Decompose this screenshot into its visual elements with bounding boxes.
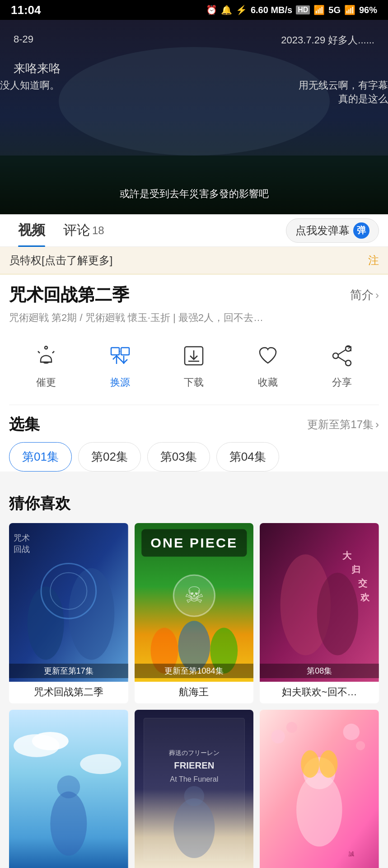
svg-point-38 xyxy=(317,573,358,656)
svg-point-22 xyxy=(28,586,64,660)
svg-text:回战: 回战 xyxy=(14,544,30,554)
danmu-button[interactable]: 点我发弹幕 弹 xyxy=(286,218,379,243)
share-label: 分享 xyxy=(332,376,352,389)
episode-more-btn[interactable]: 更新至第17集 › xyxy=(307,417,379,432)
onepiece-badge: 更新至第1084集 xyxy=(135,664,254,678)
mute-icon: 🔔 xyxy=(221,5,232,15)
divider xyxy=(9,405,379,405)
svg-point-46 xyxy=(80,754,121,774)
video-subtitle: 或許是受到去年災害多發的影響吧 xyxy=(120,187,269,201)
episode-pill-4[interactable]: 第04集 xyxy=(216,442,279,472)
heart-icon xyxy=(252,340,283,371)
svg-point-17 xyxy=(333,353,338,359)
episode-info: 咒術廻戦 第2期 / 咒術廻戦 懷玉·玉折 | 最强2人，回不去… xyxy=(9,311,379,325)
video-player[interactable]: 8-29 2023.7.29 好多人...... 来咯来咯 没人知道啊。 用无线… xyxy=(0,20,388,214)
episode-pill-2[interactable]: 第02集 xyxy=(78,442,141,472)
vip-register-text[interactable]: 注 xyxy=(368,253,379,268)
svg-point-54 xyxy=(173,798,215,858)
svg-point-58 xyxy=(286,722,297,733)
svg-point-57 xyxy=(271,730,285,743)
svg-text:☠: ☠ xyxy=(184,583,204,607)
intro-label: 简介 xyxy=(350,287,374,303)
svg-point-47 xyxy=(50,792,87,856)
vip-banner-text: 员特权[点击了解更多] xyxy=(9,253,112,268)
frieren-thumb: 葬送のフリーレン FRIEREN At The Funeral xyxy=(135,710,254,868)
recommend-item-2[interactable]: ONE PIECE ☠ 更新至第1084集 航海王 xyxy=(135,523,254,704)
recommend-thumb-5: 葬送のフリーレン FRIEREN At The Funeral xyxy=(135,710,254,868)
action-favorite-btn[interactable]: 收藏 xyxy=(231,340,305,389)
download-icon xyxy=(178,340,209,371)
recommend-item-6[interactable]: 誠 xyxy=(260,710,379,868)
urge-label: 催更 xyxy=(36,376,56,389)
video-comment-1: 8-29 xyxy=(14,33,33,45)
download-label: 下载 xyxy=(184,376,204,389)
recommend-item-1[interactable]: 咒术 回战 更新至第17集 咒术回战第二季 xyxy=(9,523,128,704)
source-label: 换源 xyxy=(110,376,130,389)
danmu-label: 点我发弹幕 xyxy=(295,223,350,238)
recommend-item-3[interactable]: 大 归 交 欢 第08集 妇夫联欢~回不… xyxy=(260,523,379,704)
episode-pill-3[interactable]: 第03集 xyxy=(147,442,210,472)
svg-text:交: 交 xyxy=(358,578,368,588)
svg-point-16 xyxy=(346,360,351,366)
alarm-icon: ⏰ xyxy=(206,5,217,15)
svg-line-18 xyxy=(338,350,346,354)
bluetooth-icon: ⚡ xyxy=(236,5,247,15)
svg-line-6 xyxy=(52,351,54,353)
action-download-btn[interactable]: 下载 xyxy=(157,340,231,389)
recommend-item-4[interactable] xyxy=(9,710,128,868)
share-icon xyxy=(327,340,357,371)
svg-point-55 xyxy=(184,786,204,807)
video-comment-5: 用无线云啊，有字幕真的是这么 xyxy=(299,79,388,106)
svg-point-59 xyxy=(343,724,360,741)
svg-point-3 xyxy=(45,346,47,349)
svg-point-48 xyxy=(57,776,80,799)
signal-5g: 5G xyxy=(328,5,341,15)
svg-point-60 xyxy=(356,741,365,750)
video-background: 8-29 2023.7.29 好多人...... 来咯来咯 没人知道啊。 用无线… xyxy=(0,20,388,214)
vip-banner[interactable]: 员特权[点击了解更多] 注 xyxy=(0,247,388,274)
recommend-thumb-4 xyxy=(9,710,128,868)
episode-pill-1[interactable]: 第01集 xyxy=(9,442,72,472)
hd-badge: HD xyxy=(296,5,310,14)
jujutsu-thumb: 咒术 回战 xyxy=(9,523,128,682)
tab-comment[interactable]: 评论 18 xyxy=(54,214,113,247)
recommend-thumb-1: 咒术 回战 更新至第17集 xyxy=(9,523,128,682)
intro-button[interactable]: 简介 › xyxy=(350,287,379,303)
svg-text:FRIEREN: FRIEREN xyxy=(174,761,214,771)
recommend-title: 猜你喜欢 xyxy=(9,493,379,514)
jujutsu-name: 咒术回战第二季 xyxy=(9,682,128,703)
svg-text:归: 归 xyxy=(351,565,360,575)
onepiece-thumb: ONE PIECE ☠ xyxy=(135,523,254,682)
tab-video[interactable]: 视频 xyxy=(9,214,54,247)
adult-name: 妇夫联欢~回不… xyxy=(260,682,379,703)
status-icons: ⏰ 🔔 ⚡ 6.60 MB/s HD 📶 5G 📶 96% xyxy=(206,5,377,15)
status-time: 11:04 xyxy=(11,3,41,17)
sky-thumb xyxy=(9,710,128,868)
episode-section-title: 选集 xyxy=(9,414,40,435)
anime-title: 咒术回战第二季 xyxy=(9,283,129,307)
svg-point-1 xyxy=(59,47,330,156)
video-comment-4: 没人知道啊。 xyxy=(0,79,60,92)
jujutsu-badge: 更新至第17集 xyxy=(9,664,128,678)
action-share-btn[interactable]: 分享 xyxy=(305,340,379,389)
action-source-btn[interactable]: 换源 xyxy=(83,340,157,389)
action-buttons: 催更 换源 xyxy=(9,336,379,394)
episode-pills: 第01集 第02集 第03集 第04集 xyxy=(9,442,379,472)
video-comment-2: 2023.7.29 好多人...... xyxy=(281,33,374,47)
adult-thumb: 大 归 交 欢 xyxy=(260,523,379,682)
svg-point-23 xyxy=(69,568,114,660)
svg-text:ONE PIECE: ONE PIECE xyxy=(150,535,238,550)
adult-badge: 第08集 xyxy=(260,664,379,678)
recommend-thumb-3: 大 归 交 欢 第08集 xyxy=(260,523,379,682)
bell-icon xyxy=(31,340,61,371)
episode-more-text: 更新至第17集 xyxy=(307,417,374,432)
action-urge-btn[interactable]: 催更 xyxy=(9,340,83,389)
switch-icon xyxy=(105,340,136,371)
recommend-item-5[interactable]: 葬送のフリーレン FRIEREN At The Funeral xyxy=(135,710,254,868)
signal-bars: 📶 xyxy=(344,5,355,15)
status-bar: 11:04 ⏰ 🔔 ⚡ 6.60 MB/s HD 📶 5G 📶 96% xyxy=(0,0,388,20)
svg-text:誠: 誠 xyxy=(349,851,354,857)
favorite-label: 收藏 xyxy=(258,376,278,389)
anime3-thumb: 誠 xyxy=(260,710,379,868)
network-speed: 6.60 MB/s xyxy=(251,5,292,15)
